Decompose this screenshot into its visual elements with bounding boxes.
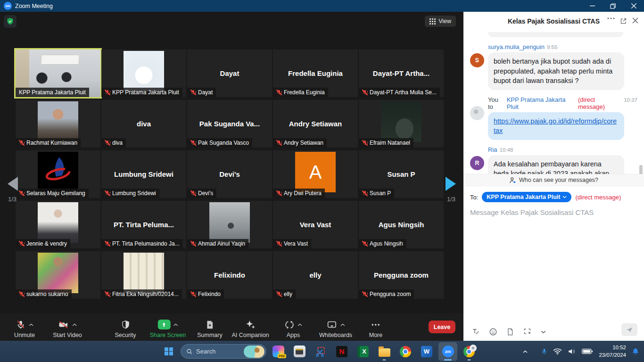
ai-companion-button[interactable]: AI Companion [231, 318, 269, 338]
participant-tile[interactable]: Jennie & vendry [16, 201, 100, 248]
zoom-app-icon: zm [4, 2, 12, 10]
chevron-up-icon[interactable] [340, 323, 345, 326]
meeting-info-shield-button[interactable] [4, 15, 17, 28]
muted-mic-icon [105, 291, 110, 297]
more-button[interactable]: More [369, 318, 382, 338]
participant-tile[interactable]: Vera Vast Vera Vast [273, 201, 358, 248]
participant-tile-active-speaker[interactable]: KPP Pratama Jakarta Pluit [16, 49, 100, 97]
participant-tile[interactable]: Selaras Maju Gemilang [16, 150, 100, 198]
close-button[interactable] [623, 0, 644, 12]
send-button[interactable] [621, 323, 637, 336]
participant-tile[interactable]: Ahmad Ainul Yaqin [187, 201, 272, 248]
chat-scrollbar[interactable] [639, 165, 643, 174]
participant-tile[interactable]: Pak Suganda Va... Pak Suganda Vasco [187, 100, 272, 148]
message-time: 10:48 [500, 147, 513, 153]
whiteboards-button[interactable]: Whiteboards [319, 318, 352, 338]
message-visibility-notice[interactable]: Who can see your messages? [463, 174, 644, 186]
attach-file-icon[interactable] [506, 328, 514, 336]
message-author[interactable]: Ria [488, 146, 497, 153]
taskbar-file-explorer-icon[interactable] [375, 342, 394, 361]
hidden-icons-chevron[interactable] [522, 350, 528, 354]
participant-label: PT. Tirta Pelumasindo Ja... [101, 239, 183, 248]
participant-tile[interactable]: Agus Ningsih Agus Ningsih [359, 201, 444, 248]
muted-mic-icon [19, 140, 25, 146]
minimize-button[interactable] [582, 0, 603, 12]
apps-button[interactable]: Apps [284, 318, 302, 338]
search-input[interactable] [196, 348, 239, 355]
participant-tile[interactable]: KPP Pratama Jakarta Pluit [101, 49, 186, 97]
participant-tile[interactable]: sukarno sukarno [16, 251, 100, 299]
chat-message-list[interactable]: S surya.mulia_penguin9:55 boleh bertanya… [463, 31, 644, 174]
participant-tile[interactable]: Rachmat Kurniawan [16, 100, 100, 148]
taskbar-word-icon[interactable]: W [417, 342, 436, 361]
participant-tile[interactable]: Efraim Natanael [359, 100, 444, 148]
share-screen-button[interactable]: Share Screen [150, 318, 186, 338]
participant-tile[interactable]: Fredella Euginia Fredella Euginia [273, 49, 358, 97]
taskbar-clock[interactable]: 10:52 23/07/2024 [599, 344, 626, 359]
start-video-button[interactable]: Start Video [53, 318, 82, 338]
unmute-button[interactable]: Unmute [14, 318, 35, 338]
message-input[interactable] [470, 208, 637, 216]
taskbar-copilot-icon[interactable]: PRE [269, 342, 288, 361]
chevron-down-icon[interactable] [541, 330, 546, 334]
message-recipient[interactable]: KPP Pratama Jakarta Pluit [507, 96, 576, 110]
video-stage: View KPP Pratama Jakarta Pluit KPP Prata… [0, 12, 463, 341]
start-button[interactable] [159, 342, 178, 361]
participant-tile[interactable]: Dayat-PT Artha... Dayat-PT Artha Mulia S… [359, 49, 444, 97]
participant-tile[interactable]: diva diva [101, 100, 186, 148]
taskbar-chrome-profile-icon[interactable] [460, 342, 479, 361]
next-page-arrow[interactable] [446, 177, 456, 191]
participant-tile[interactable]: elly elly [273, 251, 358, 299]
message-link[interactable]: https://www.pajak.go.id/id/reformdjp/cor… [494, 117, 617, 135]
direct-message-tag: (direct message) [578, 96, 621, 110]
summary-button[interactable]: Summary [197, 318, 222, 338]
search-highlight-image[interactable] [244, 346, 264, 358]
chevron-up-icon[interactable] [29, 323, 33, 326]
participant-tile[interactable]: Dayat Dayat [187, 49, 272, 97]
participant-label: Felixindo [187, 289, 224, 299]
participant-tile[interactable]: Pengguna zoom Pengguna zoom [359, 251, 444, 299]
chat-close-button[interactable] [632, 17, 638, 24]
previous-page-arrow[interactable] [8, 177, 18, 191]
chevron-up-icon[interactable] [297, 323, 302, 326]
leave-button[interactable]: Leave [429, 321, 455, 333]
restore-button[interactable] [603, 0, 623, 12]
taskbar-excel-icon[interactable]: X [354, 342, 372, 361]
participant-tile[interactable]: Fitria Eka Ningsih/02014... [101, 251, 186, 299]
taskbar-snipping-tool-icon[interactable] [311, 342, 330, 361]
participant-avatar-image [38, 101, 78, 142]
emoji-icon[interactable] [489, 328, 497, 336]
taskbar-netflix-icon[interactable]: N [332, 342, 351, 361]
security-button[interactable]: Security [115, 318, 136, 338]
shield-icon [121, 320, 130, 330]
taskbar-search[interactable] [181, 344, 266, 359]
message-author[interactable]: surya.mulia_penguin [488, 43, 545, 50]
participant-label: Rachmat Kurniawan [16, 138, 81, 148]
battery-icon[interactable] [582, 348, 593, 354]
muted-mic-icon [105, 190, 110, 196]
taskbar-terminal-icon[interactable] [290, 342, 309, 361]
participant-tile[interactable]: Lumbung Sridewi Lumbung Sridewi [101, 150, 186, 198]
chevron-up-icon[interactable] [173, 323, 178, 326]
participant-tile[interactable]: Felixindo Felixindo [187, 251, 272, 299]
notification-bell-icon[interactable] [632, 347, 639, 356]
screenshot-icon[interactable] [523, 328, 532, 336]
chat-popout-button[interactable] [620, 17, 627, 25]
participant-tile[interactable]: Devi's Devi's [187, 150, 272, 198]
avatar [470, 106, 484, 120]
taskbar-chrome-icon[interactable] [396, 342, 415, 361]
taskbar-zoom-icon[interactable]: zm [438, 342, 457, 361]
wifi-icon[interactable] [553, 348, 562, 355]
recipient-selector[interactable]: KPP Pratama Jakarta Pluit [482, 192, 571, 202]
participant-tile[interactable]: Susan P Susan P [359, 150, 444, 198]
chevron-up-icon[interactable] [73, 323, 77, 326]
participant-tile[interactable]: PT. Tirta Peluma... PT. Tirta Pelumasind… [101, 201, 186, 248]
participant-tile[interactable]: A Ary Dwi Putera [273, 150, 358, 198]
chat-more-options-button[interactable] [607, 17, 615, 19]
participant-tile[interactable]: Andry Setiawan Andry Setiawan [273, 100, 358, 148]
format-text-icon[interactable] [471, 328, 480, 336]
message-bubble: boleh bertanya jika bupot sudah ada di p… [488, 52, 624, 90]
volume-icon[interactable] [568, 348, 576, 355]
microphone-tray-icon[interactable] [541, 347, 547, 355]
view-button[interactable]: View [425, 16, 456, 27]
